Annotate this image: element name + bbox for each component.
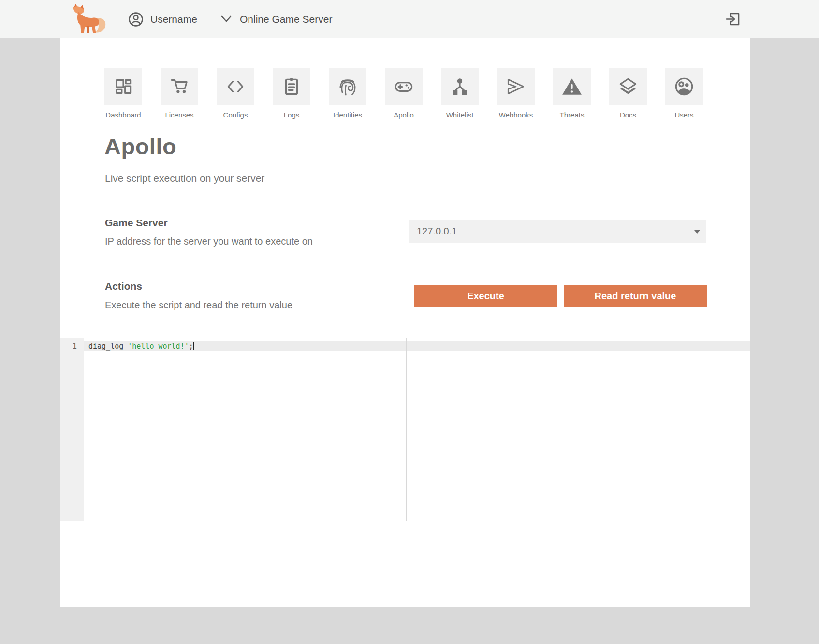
nav-item-apollo[interactable]: Apollo [385,68,423,119]
game-server-heading: Game Server [105,217,168,229]
branch-nodes-icon [441,68,479,105]
nav-item-licenses[interactable]: Licenses [161,68,198,119]
user-avatar-icon [128,12,144,27]
code-command-token: diag_log [88,342,128,351]
editor-gutter: 1 [60,338,84,521]
user-menu[interactable]: Username [128,0,197,38]
code-string-token: 'hello world!' [128,342,189,351]
fingerprint-icon [329,68,366,105]
layers-icon [609,68,647,105]
nav-item-label: Dashboard [104,111,142,119]
logout-button[interactable] [725,11,741,27]
read-return-value-button[interactable]: Read return value [564,285,707,307]
nav-item-label: Threats [553,111,591,119]
code-line[interactable]: diag_log 'hello world!'; [88,341,194,351]
nav-item-label: Apollo [385,111,423,119]
output-pane[interactable] [407,338,750,521]
nav-item-docs[interactable]: Docs [609,68,647,119]
nav-item-webhooks[interactable]: Webhooks [497,68,535,119]
chevron-down-icon[interactable] [220,15,232,24]
page-subtitle: Live script execution on your server [105,173,264,184]
nav-item-logs[interactable]: Logs [273,68,310,119]
send-icon [497,68,535,105]
text-cursor [193,342,194,350]
game-server-description: IP address for the server you want to ex… [105,236,313,247]
warning-icon [553,68,591,105]
game-server-select[interactable]: 127.0.0.1 [409,220,706,243]
logout-icon [725,11,741,27]
server-name-label: Online Game Server [240,0,332,38]
code-brackets-icon [217,68,254,105]
nav-row: Dashboard Licenses [104,68,703,119]
fox-logo[interactable] [69,2,109,35]
nav-item-identities[interactable]: Identities [329,68,366,119]
nav-item-whitelist[interactable]: Whitelist [441,68,479,119]
nav-item-label: Identities [329,111,366,119]
nav-item-dashboard[interactable]: Dashboard [104,68,142,119]
page-title: Apollo [104,133,176,160]
users-group-icon [665,68,703,105]
cart-icon [161,68,198,105]
dashboard-icon [104,68,142,105]
nav-item-configs[interactable]: Configs [217,68,254,119]
code-terminator-token: ; [189,342,193,351]
nav-item-label: Webhooks [497,111,535,119]
username-label: Username [150,14,197,25]
clipboard-icon [273,68,310,105]
actions-heading: Actions [105,280,142,292]
select-arrow-icon [694,230,700,234]
nav-item-label: Configs [217,111,254,119]
nav-item-label: Licenses [161,111,198,119]
actions-description: Execute the script and read the return v… [105,300,292,311]
nav-item-users[interactable]: Users [665,68,703,119]
script-editor[interactable]: 1 diag_log 'hello world!'; [60,338,750,521]
line-number: 1 [60,338,84,351]
execute-button[interactable]: Execute [414,285,557,307]
nav-item-label: Whitelist [441,111,479,119]
nav-item-label: Users [665,111,703,119]
gamepad-icon [385,68,423,105]
nav-item-threats[interactable]: Threats [553,68,591,119]
selected-server-value: 127.0.0.1 [417,226,457,237]
content-card: Dashboard Licenses [60,38,750,607]
fox-logo-icon [69,2,109,35]
nav-item-label: Logs [273,111,310,119]
nav-item-label: Docs [609,111,647,119]
topbar: Username Online Game Server [0,0,819,38]
